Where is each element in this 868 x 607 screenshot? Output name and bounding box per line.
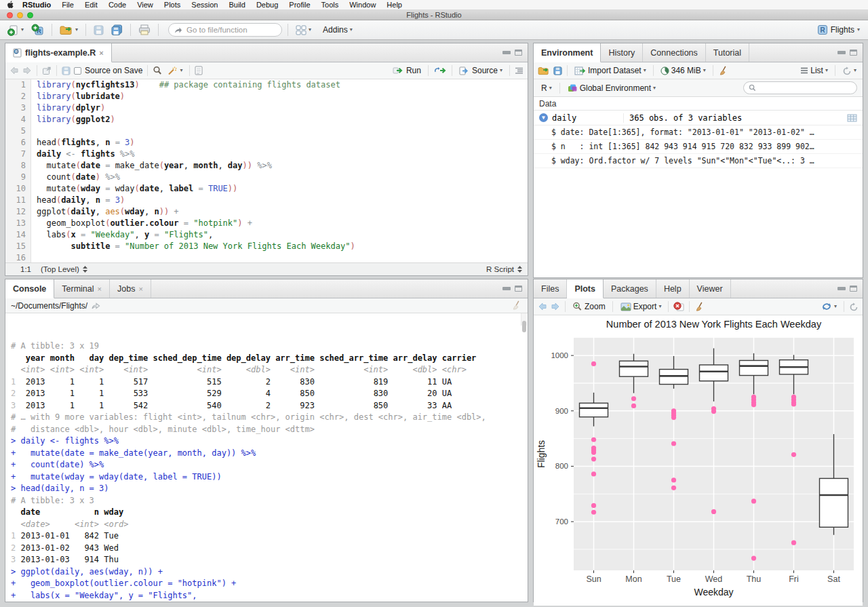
refresh-plot-icon[interactable]	[849, 302, 859, 311]
menu-code[interactable]: Code	[108, 1, 126, 9]
source-button[interactable]: Source ▾	[457, 64, 505, 77]
code-line: library(nycflights13) ## package contain…	[37, 79, 528, 91]
language-selector[interactable]: R ▾	[539, 82, 554, 94]
project-name: Flights	[831, 25, 854, 35]
tab-help[interactable]: Help	[656, 279, 690, 298]
run-label: Run	[406, 66, 421, 75]
maximize-pane-icon[interactable]	[850, 286, 857, 292]
menu-tools[interactable]: Tools	[321, 1, 339, 9]
back-icon[interactable]	[9, 66, 19, 75]
project-menu-button[interactable]: R Flights ▾	[814, 23, 863, 37]
collapse-object-icon[interactable]: ▼	[539, 113, 548, 122]
menu-help[interactable]: Help	[387, 1, 402, 9]
chevron-down-icon: ▾	[549, 85, 552, 91]
new-project-button[interactable]: R	[29, 22, 46, 37]
maximize-pane-icon[interactable]	[515, 50, 522, 56]
save-icon[interactable]	[62, 66, 71, 75]
remove-plot-icon[interactable]	[673, 302, 684, 311]
menu-debug[interactable]: Debug	[256, 1, 278, 9]
print-button[interactable]	[136, 23, 153, 37]
close-icon[interactable]: ×	[138, 285, 142, 293]
menu-session[interactable]: Session	[191, 1, 218, 9]
tab-jobs[interactable]: Jobs×	[110, 279, 151, 298]
environment-selector[interactable]: Global Environment ▾	[566, 82, 658, 94]
environment-object-row[interactable]: ▼ daily 365 obs. of 3 variables	[534, 111, 863, 125]
document-outline-icon[interactable]	[515, 67, 524, 75]
open-file-button[interactable]: ▾	[58, 23, 80, 37]
view-data-grid-icon[interactable]	[847, 114, 863, 122]
tab-viewer[interactable]: Viewer	[690, 279, 731, 298]
menu-window[interactable]: Window	[349, 1, 376, 9]
new-file-button[interactable]: ▾	[5, 23, 26, 37]
source-on-save-label: Source on Save	[85, 66, 142, 75]
tab-environment[interactable]: Environment	[534, 43, 601, 62]
tab-flights-example[interactable]: R flights-example.R ×	[5, 43, 112, 62]
tab-connections[interactable]: Connections	[643, 43, 706, 62]
next-plot-icon[interactable]	[551, 302, 560, 311]
save-all-button[interactable]	[109, 23, 125, 37]
export-plot-button[interactable]: Export ▾	[618, 300, 664, 313]
minimize-pane-icon[interactable]	[837, 287, 846, 290]
clear-all-plots-broom-icon[interactable]	[694, 302, 705, 312]
close-icon[interactable]: ×	[98, 285, 102, 293]
run-button[interactable]: Run	[391, 64, 423, 77]
maximize-pane-icon[interactable]	[515, 286, 522, 292]
code-editor[interactable]: 12345678910111213141516 library(nycfligh…	[5, 79, 528, 262]
save-workspace-icon[interactable]	[553, 66, 562, 75]
forward-icon[interactable]	[22, 66, 32, 75]
menu-edit[interactable]: Edit	[85, 1, 98, 9]
clear-console-broom-icon[interactable]	[511, 300, 522, 311]
console-scrollbar[interactable]	[521, 313, 527, 326]
refresh-environment-button[interactable]: ▾	[840, 65, 859, 77]
goto-directory-icon[interactable]	[92, 302, 100, 309]
menu-profile[interactable]: Profile	[289, 1, 310, 9]
minimize-pane-icon[interactable]	[502, 51, 511, 54]
compile-report-icon[interactable]	[195, 66, 203, 75]
minimize-pane-icon[interactable]	[502, 287, 511, 290]
load-workspace-folder-icon[interactable]	[538, 66, 550, 75]
list-view-button[interactable]: List ▾	[798, 64, 830, 77]
code-area[interactable]: library(nycflights13) ## package contain…	[31, 79, 528, 262]
menu-view[interactable]: View	[137, 1, 153, 9]
import-dataset-button[interactable]: Import Dataset ▾	[572, 64, 648, 77]
tab-history[interactable]: History	[601, 43, 643, 62]
clear-environment-broom-icon[interactable]	[718, 66, 729, 76]
console-line: year month day dep_time sched_dep_time d…	[11, 353, 518, 365]
publish-plot-button[interactable]: ▾	[819, 300, 839, 313]
console-output[interactable]: # A tibble: 3 x 19 year month day dep_ti…	[5, 313, 528, 602]
rerun-icon[interactable]	[433, 66, 447, 75]
popout-window-icon[interactable]	[42, 66, 52, 75]
apple-logo-icon[interactable]	[7, 1, 14, 9]
environment-toolbar: Import Dataset ▾ 346 MiB ▾ List ▾ ▾	[534, 62, 863, 79]
tab-console[interactable]: Console	[5, 279, 54, 298]
document-type-selector[interactable]: R Script	[486, 265, 528, 273]
menu-rstudio[interactable]: RStudio	[22, 1, 51, 9]
svg-text:900: 900	[555, 407, 568, 415]
pane-layout-button[interactable]: ▾	[294, 24, 313, 37]
tab-files[interactable]: Files	[534, 279, 567, 298]
tab-tutorial[interactable]: Tutorial	[706, 43, 749, 62]
maximize-pane-icon[interactable]	[850, 50, 857, 56]
minimize-pane-icon[interactable]	[837, 51, 846, 54]
menu-file[interactable]: File	[62, 1, 74, 9]
goto-file-function-input[interactable]: Go to file/function	[168, 23, 282, 37]
chevron-down-icon: ▾	[834, 304, 837, 309]
menu-plots[interactable]: Plots	[164, 1, 180, 9]
zoom-plot-button[interactable]: Zoom	[570, 300, 608, 313]
scope-selector[interactable]: (Top Level)	[41, 265, 87, 273]
chevron-down-icon: ▾	[21, 27, 24, 33]
addins-button[interactable]: Addins ▾	[321, 24, 355, 36]
scrollbar-thumb[interactable]	[522, 321, 526, 333]
find-replace-icon[interactable]	[153, 66, 162, 75]
tab-packages[interactable]: Packages	[604, 279, 656, 298]
code-tools-button[interactable]: ▾	[165, 64, 184, 77]
previous-plot-icon[interactable]	[538, 302, 547, 311]
source-on-save-checkbox[interactable]	[74, 67, 81, 75]
memory-usage-button[interactable]: 346 MiB ▾	[658, 64, 708, 77]
save-button[interactable]	[92, 24, 106, 37]
tab-terminal[interactable]: Terminal×	[54, 279, 110, 298]
environment-search-input[interactable]	[743, 81, 857, 94]
tab-plots[interactable]: Plots	[567, 279, 604, 298]
menu-build[interactable]: Build	[229, 1, 245, 9]
close-icon[interactable]: ×	[99, 49, 103, 57]
